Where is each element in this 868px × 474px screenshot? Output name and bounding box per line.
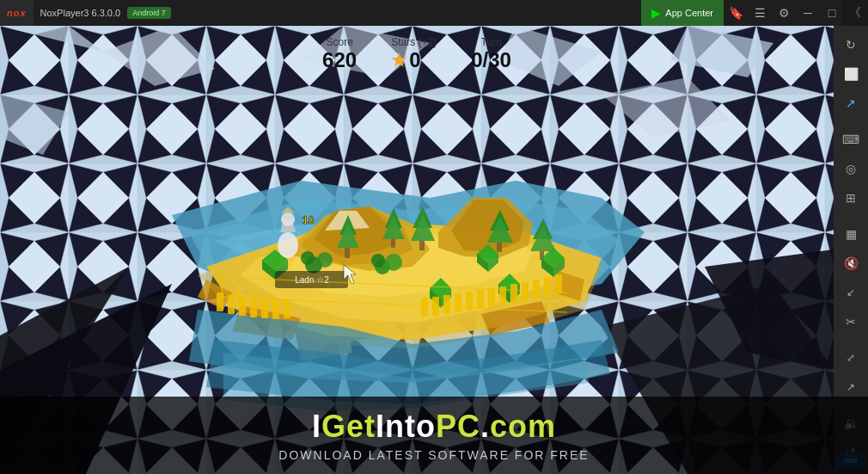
watermark-pc: PC bbox=[436, 409, 480, 444]
svg-point-57 bbox=[301, 251, 315, 265]
svg-text:10: 10 bbox=[303, 214, 315, 226]
svg-rect-48 bbox=[419, 241, 425, 250]
fullscreen-icon[interactable]: ⤢ bbox=[835, 344, 866, 372]
svg-point-60 bbox=[371, 254, 385, 268]
watermark-into: Into bbox=[376, 409, 436, 444]
svg-rect-102 bbox=[272, 300, 279, 319]
rotate-icon[interactable]: ↻ bbox=[835, 31, 866, 58]
score-display: Score 620 bbox=[322, 36, 357, 72]
svg-rect-107 bbox=[455, 293, 462, 312]
toolbar-section-3: ▦ 🔇 ↙ ✂ bbox=[835, 220, 866, 335]
svg-rect-108 bbox=[466, 292, 473, 311]
location-icon[interactable]: ◎ bbox=[835, 155, 866, 182]
svg-rect-99 bbox=[239, 297, 246, 316]
svg-rect-110 bbox=[488, 288, 495, 307]
svg-point-76 bbox=[278, 232, 298, 258]
star-icon: ★ bbox=[391, 50, 406, 71]
svg-rect-103 bbox=[284, 299, 290, 318]
svg-rect-97 bbox=[217, 292, 223, 311]
scissors-icon[interactable]: ✂ bbox=[835, 308, 866, 335]
svg-point-59 bbox=[385, 254, 402, 271]
svg-rect-109 bbox=[477, 290, 484, 309]
stars-display: Stars (+2) ★ 0 bbox=[391, 36, 437, 72]
score-value: 620 bbox=[322, 48, 357, 72]
svg-rect-105 bbox=[432, 297, 439, 316]
hud-overlay: Score 620 Stars (+2) ★ 0 Turn 0/30 bbox=[322, 36, 511, 72]
svg-rect-113 bbox=[522, 282, 529, 301]
volume-mute-icon[interactable]: 🔇 bbox=[835, 249, 866, 277]
watermark-dot: . bbox=[480, 409, 490, 444]
toolbar-section-1: ↻ ⬜ ↗ bbox=[835, 31, 866, 117]
watermark-sub-text: Download Latest Software for Free bbox=[278, 448, 589, 462]
app-name-label: NoxPlayer3 6.3.0.0 bbox=[34, 8, 128, 18]
settings-button[interactable]: ⚙ bbox=[772, 0, 796, 26]
svg-point-56 bbox=[317, 252, 333, 268]
maximize-button[interactable]: □ bbox=[820, 0, 844, 26]
app-center-label: App Center bbox=[665, 8, 713, 18]
svg-rect-111 bbox=[499, 286, 506, 305]
export-icon[interactable]: ↗ bbox=[835, 89, 866, 117]
turn-display: Turn 0/30 bbox=[471, 36, 511, 72]
stars-value: ★ 0 bbox=[391, 48, 437, 72]
svg-rect-115 bbox=[544, 277, 551, 296]
app-center-button[interactable]: ▶ App Center bbox=[641, 0, 724, 26]
watermark-get: Get bbox=[321, 409, 376, 444]
watermark-overlay: IGetIntoPC.com Download Latest Software … bbox=[0, 397, 868, 474]
svg-rect-114 bbox=[533, 280, 540, 299]
toolbar-section-4: ⤢ ↗ bbox=[835, 344, 866, 401]
nox-logo: nox bbox=[0, 0, 34, 26]
svg-text:Ladn ☆2: Ladn ☆2 bbox=[295, 275, 329, 285]
android-badge: Android 7 bbox=[127, 7, 171, 19]
score-label: Score bbox=[322, 36, 357, 48]
monitor-icon[interactable]: ▦ bbox=[835, 220, 866, 248]
stars-label: Stars (+2) bbox=[391, 36, 437, 48]
svg-rect-112 bbox=[510, 284, 517, 303]
bookmark-button[interactable]: 🔖 bbox=[724, 0, 748, 26]
toolbar-section-2: ⌨ ◎ ⊞ bbox=[835, 126, 866, 212]
screenshot-icon[interactable]: ⬜ bbox=[835, 60, 866, 88]
svg-rect-116 bbox=[555, 274, 562, 293]
expand-icon[interactable]: ⊞ bbox=[835, 184, 866, 212]
turn-value: 0/30 bbox=[471, 48, 511, 72]
svg-point-78 bbox=[281, 212, 295, 226]
menu-button[interactable]: ☰ bbox=[748, 0, 772, 26]
import-icon[interactable]: ↙ bbox=[835, 279, 866, 306]
svg-rect-104 bbox=[421, 298, 428, 317]
svg-rect-42 bbox=[345, 248, 350, 258]
nox-logo-text: nox bbox=[7, 8, 27, 18]
svg-rect-100 bbox=[250, 299, 257, 317]
svg-rect-51 bbox=[497, 243, 502, 252]
svg-rect-101 bbox=[261, 299, 268, 318]
title-bar: nox NoxPlayer3 6.3.0.0 Android 7 ▶ App C… bbox=[0, 0, 868, 26]
watermark-main-text: IGetIntoPC.com bbox=[312, 409, 556, 445]
collapse-sidebar-button[interactable]: 《 bbox=[842, 0, 868, 26]
turn-label: Turn bbox=[471, 36, 511, 48]
keyboard-icon[interactable]: ⌨ bbox=[835, 126, 866, 153]
play-store-icon: ▶ bbox=[651, 6, 661, 20]
svg-rect-45 bbox=[391, 239, 395, 248]
minimize-button[interactable]: ─ bbox=[796, 0, 820, 26]
watermark-iget: I bbox=[312, 409, 321, 444]
watermark-com: com bbox=[490, 409, 556, 444]
stars-count: 0 bbox=[409, 48, 420, 72]
svg-rect-106 bbox=[443, 295, 450, 314]
svg-rect-98 bbox=[228, 295, 235, 314]
